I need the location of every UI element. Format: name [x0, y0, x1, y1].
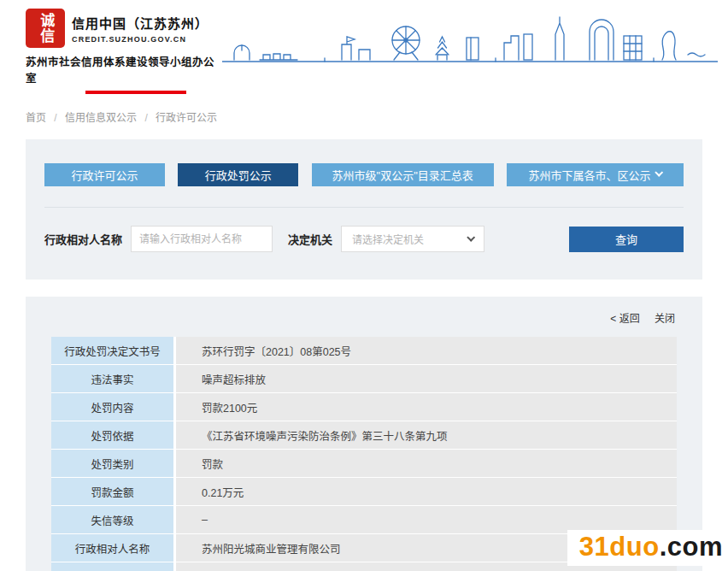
table-row: 罚款金额 0.21万元	[51, 478, 677, 505]
close-link[interactable]: 关闭	[655, 313, 675, 325]
row-label: 处罚类别	[51, 450, 173, 477]
authority-select-placeholder: 请选择决定机关	[352, 232, 424, 246]
site-header: 诚信 信用中国（江苏苏州） CREDIT.SUZHOU.GOV.CN 苏州市社会…	[0, 0, 728, 94]
row-label: 失信等级	[51, 506, 173, 533]
query-button[interactable]: 查询	[569, 227, 684, 252]
authority-field-label: 决定机关	[288, 231, 332, 247]
back-link[interactable]: < 返回	[610, 313, 639, 325]
row-value: 罚款	[176, 450, 677, 477]
city-skyline-illustration	[222, 12, 718, 65]
brand-block: 诚信 信用中国（江苏苏州） CREDIT.SUZHOU.GOV.CN 苏州市社会…	[26, 9, 222, 94]
credit-seal-logo: 诚信	[26, 9, 65, 48]
breadcrumb-double-publicity[interactable]: 信用信息双公示	[65, 112, 137, 124]
red-underline-decoration	[85, 91, 186, 94]
authority-select[interactable]: 请选择决定机关	[341, 226, 484, 252]
row-label: 违法事实	[51, 365, 173, 392]
breadcrumb-separator: /	[144, 112, 147, 124]
watermark-suffix: .com	[660, 532, 723, 562]
row-label: 行政相对人名称	[51, 534, 173, 562]
name-field-label: 行政相对人名称	[44, 231, 122, 247]
row-value: 噪声超标排放	[176, 365, 677, 392]
row-value: 0.21万元	[176, 478, 677, 505]
site-title: 信用中国（江苏苏州）	[72, 14, 208, 32]
table-row: 违法事实 噪声超标排放	[51, 365, 677, 392]
watermark-brand: 31duo	[579, 532, 660, 562]
row-label: 行政处罚决定文书号	[51, 337, 173, 364]
filter-panel: 行政许可公示 行政处罚公示 苏州市级"双公示"目录汇总表 苏州市下属各市、区公示…	[26, 139, 702, 280]
table-row: 处罚内容 罚款2100元	[51, 393, 677, 421]
row-label: 统一社会信用代码	[51, 562, 173, 571]
chevron-down-icon	[467, 233, 475, 242]
seal-text: 诚信	[38, 13, 54, 44]
row-value: 罚款2100元	[176, 393, 677, 421]
site-url: CREDIT.SUZHOU.GOV.CN	[72, 35, 208, 44]
table-row: 处罚类别 罚款	[51, 450, 677, 477]
row-value: 《江苏省环境噪声污染防治条例》第三十八条第九项	[176, 421, 677, 449]
tab-district-publicity-label: 苏州市下属各市、区公示	[528, 167, 650, 183]
tab-catalog-summary[interactable]: 苏州市级"双公示"目录汇总表	[312, 163, 494, 186]
breadcrumb: 首页 / 信用信息双公示 / 行政许可公示	[0, 94, 728, 132]
name-input[interactable]	[131, 226, 273, 252]
row-label: 罚款金额	[51, 478, 173, 505]
row-value: 苏环行罚字〔2021〕08第025号	[176, 337, 677, 364]
detail-actions: < 返回 关闭	[51, 310, 675, 325]
site-subtitle: 苏州市社会信用体系建设领导小组办公室	[26, 53, 222, 85]
search-form: 行政相对人名称 决定机关 请选择决定机关 查询	[44, 226, 684, 252]
tab-admin-license-publicity[interactable]: 行政许可公示	[44, 163, 165, 186]
breadcrumb-home[interactable]: 首页	[26, 112, 46, 124]
row-label: 处罚内容	[51, 393, 173, 421]
chevron-down-icon	[655, 168, 664, 177]
breadcrumb-separator: /	[54, 112, 56, 124]
tab-district-publicity[interactable]: 苏州市下属各市、区公示	[507, 163, 684, 186]
breadcrumb-admin-license[interactable]: 行政许可公示	[156, 112, 217, 124]
table-row: 处罚依据 《江苏省环境噪声污染防治条例》第三十八条第九项	[51, 421, 677, 449]
tab-bar: 行政许可公示 行政处罚公示 苏州市级"双公示"目录汇总表 苏州市下属各市、区公示	[44, 163, 684, 186]
tab-admin-penalty-publicity[interactable]: 行政处罚公示	[178, 163, 298, 186]
row-label: 处罚依据	[51, 421, 173, 449]
divider-line	[44, 207, 684, 208]
table-row: 行政处罚决定文书号 苏环行罚字〔2021〕08第025号	[51, 337, 677, 364]
watermark: 31duo.com	[567, 530, 728, 566]
